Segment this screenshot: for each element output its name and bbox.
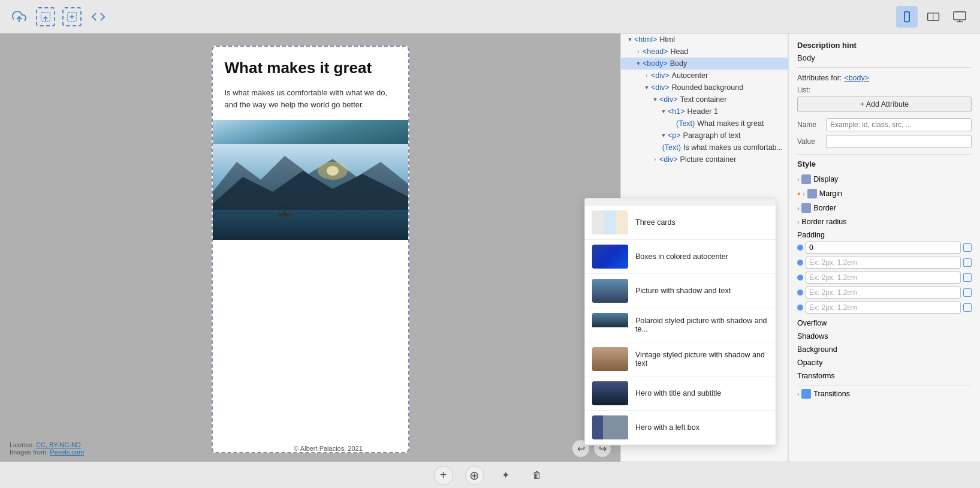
padding-dot-2	[797, 275, 803, 281]
tree-item-0[interactable]: ▼<html>Html	[621, 34, 788, 46]
transforms-row[interactable]: Transforms	[797, 369, 972, 382]
template-name-5: Hero with title and subtitle	[635, 389, 721, 397]
tree-item-1[interactable]: ›<head>Head	[621, 46, 788, 58]
padding-input-2[interactable]	[806, 272, 961, 284]
border-radius-row[interactable]: › Border radius	[797, 215, 972, 228]
attributes-for-header: Attributes for: <body>	[797, 74, 972, 82]
list-label: List:	[797, 86, 972, 94]
template-item-6[interactable]: Hero with a left box	[585, 411, 776, 445]
mobile-device-btn[interactable]	[896, 6, 918, 28]
padding-check-0[interactable]	[963, 243, 972, 252]
template-thumb-6	[592, 415, 628, 439]
transforms-label: Transforms	[797, 372, 835, 380]
popup-scroll-indicator	[585, 198, 776, 206]
tree-tag-10: <div>	[659, 155, 678, 164]
padding-field-0	[797, 242, 972, 254]
tree-chevron-2: ▼	[634, 59, 643, 68]
transitions-chevron: ›	[797, 391, 799, 397]
tree-item-9[interactable]: (Text)Is what makes us comfortab...	[621, 141, 788, 153]
padding-check-3[interactable]	[963, 288, 972, 297]
tree-tag-0: <html>	[634, 35, 657, 44]
tablet-device-btn[interactable]	[922, 6, 944, 28]
padding-input-1[interactable]	[806, 257, 961, 269]
transitions-icon	[801, 389, 811, 399]
background-row[interactable]: Background	[797, 343, 972, 356]
tree-tag-2: <body>	[643, 59, 668, 68]
device-selector	[896, 6, 970, 28]
value-input[interactable]	[826, 135, 972, 148]
display-label: Display	[813, 175, 838, 183]
display-row[interactable]: › Display	[797, 172, 972, 186]
tree-item-4[interactable]: ▼<div>Rounded background	[621, 82, 788, 94]
license-link[interactable]: CC, BY-NC-ND	[36, 441, 81, 448]
tree-item-3[interactable]: ›<div>Autocenter	[621, 70, 788, 82]
tree-tag-4: <div>	[651, 83, 670, 92]
template-thumb-5	[592, 381, 628, 405]
tree-items: ▼<html>Html›<head>Head▼<body>Body›<div>A…	[621, 34, 788, 165]
tree-tag-7: (Text)	[676, 119, 695, 128]
tree-item-5[interactable]: ▼<div>Text container	[621, 94, 788, 106]
add-child-btn[interactable]: ⊕	[465, 466, 484, 485]
padding-input-0[interactable]	[806, 242, 961, 254]
opacity-row[interactable]: Opacity	[797, 356, 972, 369]
template-thumb-0	[592, 210, 628, 234]
margin-row[interactable]: ● › Margin	[797, 186, 972, 201]
template-item-5[interactable]: Hero with title and subtitle	[585, 376, 776, 411]
tree-tag-5: <div>	[659, 95, 678, 104]
padding-check-2[interactable]	[963, 273, 972, 282]
padding-dot-3	[797, 290, 803, 296]
border-radius-label: Border radius	[801, 218, 846, 226]
margin-icon	[807, 189, 817, 198]
canvas-bottom-bar: License: CC, BY-NC-ND Images from: Pexel…	[0, 435, 620, 462]
tree-item-10[interactable]: ›<div>Picture container	[621, 153, 788, 165]
magic-btn[interactable]: ✦	[496, 466, 515, 485]
tree-chevron-10: ›	[651, 155, 659, 164]
border-chevron: ›	[797, 205, 799, 212]
template-item-4[interactable]: Vintage styled picture with shadow and t…	[585, 342, 776, 376]
upload-frame-icon[interactable]	[36, 7, 55, 26]
padding-check-4[interactable]	[963, 303, 972, 312]
delete-btn[interactable]: 🗑	[527, 466, 547, 485]
tree-item-7[interactable]: (Text)What makes it great	[621, 118, 788, 129]
template-name-1: Boxes in colored autocenter	[635, 252, 728, 261]
template-item-1[interactable]: Boxes in colored autocenter	[585, 240, 776, 274]
main-layout: What makes it great Is what makes us com…	[0, 34, 980, 462]
tree-item-2[interactable]: ▼<body>Body	[621, 58, 788, 70]
border-row[interactable]: › Border	[797, 201, 972, 215]
padding-input-4[interactable]	[806, 302, 961, 314]
transitions-row[interactable]: › Transitions	[797, 385, 972, 401]
template-item-0[interactable]: Three cards	[585, 206, 776, 240]
name-label: Name	[797, 121, 822, 129]
name-input[interactable]	[826, 118, 972, 131]
canvas-frame[interactable]: What makes it great Is what makes us com…	[212, 46, 409, 453]
template-item-3[interactable]: Polaroid styled picture with shadow and …	[585, 308, 776, 342]
padding-check-1[interactable]	[963, 258, 972, 267]
images-link[interactable]: Pexels.com	[50, 448, 84, 456]
padding-row[interactable]: Padding	[797, 228, 972, 242]
shadows-row[interactable]: Shadows	[797, 330, 972, 343]
desktop-device-btn[interactable]	[949, 6, 970, 28]
tree-item-8[interactable]: ▼<p>Paragraph of text	[621, 129, 788, 141]
canvas-heading: What makes it great	[225, 59, 396, 77]
padding-dot-0	[797, 245, 803, 251]
code-icon[interactable]	[89, 7, 108, 26]
tree-item-6[interactable]: ▼<h1>Header 1	[621, 106, 788, 118]
opacity-label: Opacity	[797, 359, 822, 367]
padding-field-1	[797, 257, 972, 269]
tree-chevron-8: ▼	[659, 131, 668, 140]
description-hint-title: Description hint	[797, 41, 972, 50]
attributes-for-link[interactable]: <body>	[844, 74, 869, 82]
padding-input-3[interactable]	[806, 287, 961, 299]
overflow-row[interactable]: Overflow	[797, 317, 972, 330]
template-item-2[interactable]: Picture with shadow and text	[585, 274, 776, 308]
add-attribute-btn[interactable]: + Add Attribute	[797, 97, 972, 112]
tree-tag-6: <h1>	[668, 107, 685, 116]
add-element-btn[interactable]: +	[434, 466, 453, 485]
canvas-area[interactable]: What makes it great Is what makes us com…	[0, 34, 620, 462]
style-title: Style	[797, 159, 972, 168]
tree-label-10: Picture container	[680, 155, 737, 164]
upload-cloud-icon[interactable]	[10, 7, 29, 26]
canvas-content: What makes it great Is what makes us com…	[213, 47, 408, 110]
add-frame-icon[interactable]	[62, 7, 82, 26]
tree-label-5: Text container	[680, 95, 727, 104]
